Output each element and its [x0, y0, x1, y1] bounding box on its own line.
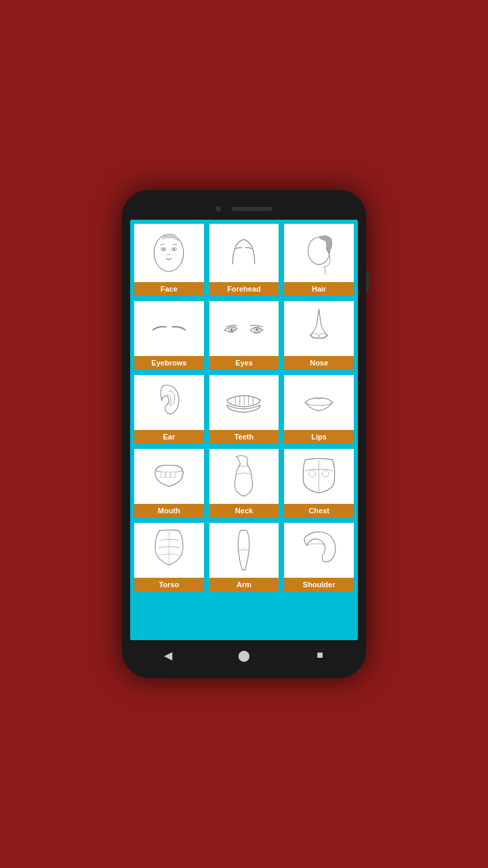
- arm-image: [209, 523, 279, 578]
- eyes-label: Eyes: [209, 356, 279, 370]
- recent-button[interactable]: ■: [312, 647, 328, 663]
- chest-image: [284, 449, 354, 504]
- teeth-image: [209, 375, 279, 430]
- list-item[interactable]: Eyes: [208, 300, 281, 371]
- phone-device: Face Forehead: [122, 190, 366, 678]
- svg-point-4: [174, 248, 176, 250]
- screen-content: Face Forehead: [130, 220, 358, 640]
- list-item[interactable]: Chest: [283, 448, 355, 519]
- svg-rect-18: [165, 472, 170, 477]
- torso-image: [134, 523, 204, 578]
- mouth-label: Mouth: [134, 504, 204, 517]
- list-item[interactable]: Torso: [133, 521, 205, 593]
- home-button[interactable]: ⬤: [236, 647, 252, 663]
- list-item[interactable]: Eyebrows: [133, 300, 205, 371]
- list-item[interactable]: Mouth: [133, 448, 205, 519]
- list-item[interactable]: Lips: [283, 374, 355, 445]
- forehead-image: [209, 224, 279, 282]
- ear-label: Ear: [134, 430, 204, 443]
- svg-point-0: [155, 235, 184, 271]
- svg-point-9: [256, 328, 258, 331]
- hair-label: Hair: [284, 282, 354, 296]
- list-item[interactable]: Neck: [208, 448, 281, 519]
- phone-screen: Face Forehead: [130, 220, 358, 640]
- list-item[interactable]: Face: [133, 222, 205, 297]
- svg-rect-19: [171, 472, 176, 477]
- neck-image: [209, 449, 279, 504]
- eyebrows-image: [134, 301, 204, 356]
- nose-label: Nose: [284, 356, 354, 370]
- forehead-label: Forehead: [209, 282, 279, 296]
- phone-speaker: [232, 207, 272, 211]
- face-image: [134, 224, 204, 282]
- mouth-image: [134, 449, 204, 504]
- shoulder-label: Shoulder: [284, 578, 354, 591]
- front-camera: [216, 206, 221, 212]
- phone-nav-bar: ◀ ⬤ ■: [130, 640, 358, 670]
- list-item[interactable]: Shoulder: [283, 521, 355, 593]
- body-parts-grid: Face Forehead: [130, 220, 358, 595]
- lips-image: [284, 375, 354, 430]
- list-item[interactable]: Teeth: [208, 374, 281, 445]
- volume-button: [366, 271, 369, 292]
- torso-label: Torso: [134, 578, 204, 591]
- svg-point-21: [323, 471, 329, 477]
- face-label: Face: [134, 282, 204, 296]
- list-item[interactable]: Ear: [133, 374, 205, 445]
- neck-label: Neck: [209, 504, 279, 517]
- nose-image: [284, 301, 354, 356]
- svg-rect-17: [161, 472, 165, 477]
- chest-label: Chest: [284, 504, 354, 517]
- svg-point-20: [309, 471, 316, 477]
- list-item[interactable]: Hair: [283, 222, 355, 297]
- eyebrows-label: Eyebrows: [134, 356, 204, 370]
- svg-point-7: [230, 328, 233, 331]
- ear-image: [134, 375, 204, 430]
- lips-label: Lips: [284, 430, 354, 443]
- shoulder-image: [284, 523, 354, 578]
- back-button[interactable]: ◀: [160, 647, 176, 663]
- svg-point-3: [163, 248, 165, 250]
- list-item[interactable]: Nose: [283, 300, 355, 371]
- hair-image: [284, 224, 354, 282]
- eyes-image: [209, 301, 279, 356]
- list-item[interactable]: Forehead: [208, 222, 281, 297]
- list-item[interactable]: Arm: [208, 521, 281, 593]
- phone-top-bar: [130, 198, 358, 220]
- teeth-label: Teeth: [209, 430, 279, 443]
- arm-label: Arm: [209, 578, 279, 591]
